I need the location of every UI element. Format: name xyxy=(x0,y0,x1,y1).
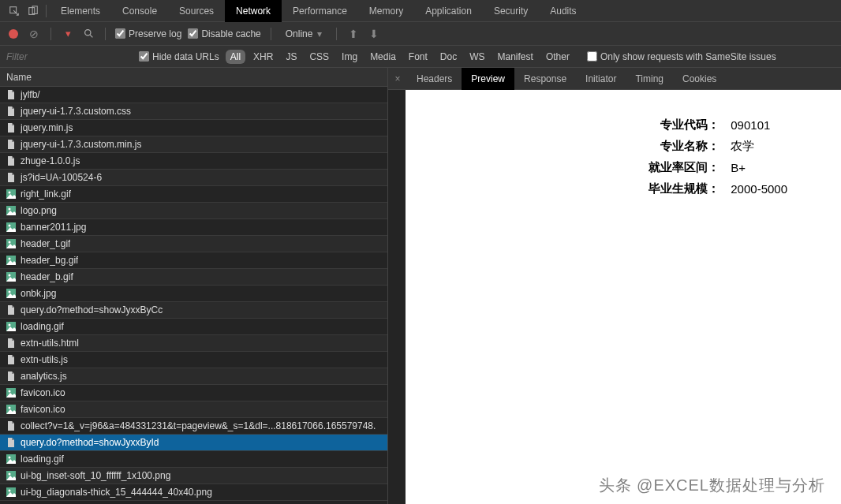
preview-key: 专业名称： xyxy=(644,136,724,156)
request-row[interactable]: analytics.js xyxy=(0,368,387,385)
request-name: loading.gif xyxy=(21,454,64,465)
request-row[interactable]: extn-utils.html xyxy=(0,335,387,352)
request-row[interactable]: banner2011.jpg xyxy=(0,219,387,236)
tab-network[interactable]: Network xyxy=(225,0,282,22)
preview-key: 就业率区间： xyxy=(644,158,724,177)
request-row[interactable]: query.do?method=showJyxxByCc xyxy=(0,302,387,319)
tab-sources[interactable]: Sources xyxy=(168,0,225,22)
devtools-top-tabs: ElementsConsoleSourcesNetworkPerformance… xyxy=(0,0,841,22)
main-area: Name jylfb/jquery-ui-1.7.3.custom.cssjqu… xyxy=(0,68,841,504)
request-row[interactable]: header_bg.gif xyxy=(0,252,387,269)
document-file-icon xyxy=(6,305,16,315)
type-filter-media[interactable]: Media xyxy=(365,50,401,64)
clear-button[interactable]: ⊘ xyxy=(27,27,41,41)
preview-area: 专业代码：090101专业名称：农学就业率区间：B+毕业生规模：2000-500… xyxy=(406,90,841,504)
document-file-icon xyxy=(6,438,16,447)
disable-cache-label: Disable cache xyxy=(201,28,260,39)
filter-bar: Hide data URLs AllXHRJSCSSImgMediaFontDo… xyxy=(0,46,841,68)
request-row[interactable]: jquery.min.js xyxy=(0,120,387,136)
request-row[interactable]: header_t.gif xyxy=(0,236,387,252)
svg-point-17 xyxy=(9,291,11,293)
image-file-icon xyxy=(6,405,16,414)
preview-key: 专业代码： xyxy=(644,115,724,135)
request-row[interactable]: zhuge-1.0.0.js xyxy=(0,153,387,170)
request-name: zhuge-1.0.0.js xyxy=(21,155,80,166)
request-row[interactable]: query.do?method=showJyxxById xyxy=(0,435,387,451)
request-row[interactable]: favicon.ico xyxy=(0,385,387,401)
type-filter-manifest[interactable]: Manifest xyxy=(493,50,538,64)
type-filter-ws[interactable]: WS xyxy=(465,50,489,64)
svg-point-9 xyxy=(9,225,11,227)
image-file-icon xyxy=(6,206,16,215)
request-list: jylfb/jquery-ui-1.7.3.custom.cssjquery.m… xyxy=(0,87,387,504)
request-row[interactable]: jylfb/ xyxy=(0,87,387,103)
upload-har-icon[interactable]: ⬆ xyxy=(346,27,361,41)
document-file-icon xyxy=(6,173,16,182)
type-filter-css[interactable]: CSS xyxy=(305,50,334,64)
document-file-icon xyxy=(6,140,16,149)
request-name: loading.gif xyxy=(21,321,64,332)
inspect-icon[interactable] xyxy=(5,2,24,21)
type-filter-img[interactable]: Img xyxy=(337,50,362,64)
request-row[interactable]: collect?v=1&_v=j96&a=484331231&t=pagevie… xyxy=(0,418,387,435)
request-row[interactable]: loading.gif xyxy=(0,319,387,335)
type-filter-doc[interactable]: Doc xyxy=(435,50,462,64)
detail-tab-response[interactable]: Response xyxy=(514,68,576,90)
request-name: header_b.gif xyxy=(21,271,73,282)
tab-console[interactable]: Console xyxy=(111,0,168,22)
request-row[interactable]: js?id=UA-100524-6 xyxy=(0,170,387,186)
preview-key: 毕业生规模： xyxy=(644,179,724,199)
hide-data-urls-checkbox[interactable]: Hide data URLs xyxy=(139,51,219,62)
request-name: favicon.ico xyxy=(21,387,65,398)
svg-point-3 xyxy=(84,30,90,35)
request-row[interactable]: ui-bg_inset-soft_10_ffffff_1x100.png xyxy=(0,468,387,484)
detail-tab-preview[interactable]: Preview xyxy=(462,68,514,90)
request-row[interactable]: loading.gif xyxy=(0,451,387,468)
request-row[interactable]: favicon.ico xyxy=(0,401,387,418)
type-filter-xhr[interactable]: XHR xyxy=(249,50,278,64)
request-row[interactable]: right_link.gif xyxy=(0,186,387,203)
request-row[interactable]: onbk.jpg xyxy=(0,286,387,302)
request-row[interactable]: ui-bg_diagonals-thick_15_444444_40x40.pn… xyxy=(0,484,387,501)
tab-performance[interactable]: Performance xyxy=(282,0,358,22)
samesite-checkbox[interactable]: Only show requests with SameSite issues xyxy=(587,51,776,62)
download-har-icon[interactable]: ⬇ xyxy=(367,27,381,41)
filter-toggle-icon[interactable]: ▾ xyxy=(61,27,75,41)
throttle-select[interactable]: Online ▾ xyxy=(281,28,327,39)
request-row[interactable]: jquery-ui-1.7.3.custom.min.js xyxy=(0,136,387,153)
preserve-log-checkbox[interactable]: Preserve log xyxy=(115,28,181,39)
detail-tab-initiator[interactable]: Initiator xyxy=(576,68,626,90)
tab-memory[interactable]: Memory xyxy=(358,0,414,22)
device-toggle-icon[interactable] xyxy=(24,2,43,21)
search-icon[interactable] xyxy=(81,27,95,41)
type-filter-js[interactable]: JS xyxy=(281,50,301,64)
name-column-header[interactable]: Name xyxy=(0,68,387,87)
tab-application[interactable]: Application xyxy=(414,0,483,22)
detail-tab-cookies[interactable]: Cookies xyxy=(673,68,726,90)
request-row[interactable]: header_b.gif xyxy=(0,269,387,286)
close-icon[interactable]: × xyxy=(388,73,407,84)
tab-security[interactable]: Security xyxy=(483,0,539,22)
preserve-log-label: Preserve log xyxy=(129,28,181,39)
svg-point-29 xyxy=(9,490,11,492)
svg-point-13 xyxy=(9,258,11,260)
request-name: jquery-ui-1.7.3.custom.css xyxy=(21,106,131,117)
tab-elements[interactable]: Elements xyxy=(50,0,111,22)
request-row[interactable]: logo.png xyxy=(0,203,387,219)
request-row[interactable]: jquery-ui-1.7.3.custom.css xyxy=(0,103,387,120)
detail-tab-timing[interactable]: Timing xyxy=(626,68,673,90)
preview-value: 2000-5000 xyxy=(726,179,792,199)
type-filter-other[interactable]: Other xyxy=(541,50,574,64)
request-name: collect?v=1&_v=j96&a=484331231&t=pagevie… xyxy=(21,420,376,431)
request-row[interactable]: extn-utils.js xyxy=(0,352,387,368)
tab-audits[interactable]: Audits xyxy=(539,0,587,22)
image-file-icon xyxy=(6,388,16,398)
detail-tab-headers[interactable]: Headers xyxy=(407,68,462,90)
type-filter-font[interactable]: Font xyxy=(404,50,432,64)
disable-cache-checkbox[interactable]: Disable cache xyxy=(188,28,260,39)
request-list-pane: Name jylfb/jquery-ui-1.7.3.custom.cssjqu… xyxy=(0,68,388,504)
filter-input[interactable] xyxy=(3,49,133,65)
request-name: logo.png xyxy=(21,205,57,216)
type-filter-all[interactable]: All xyxy=(226,50,245,64)
record-button[interactable] xyxy=(6,27,21,41)
